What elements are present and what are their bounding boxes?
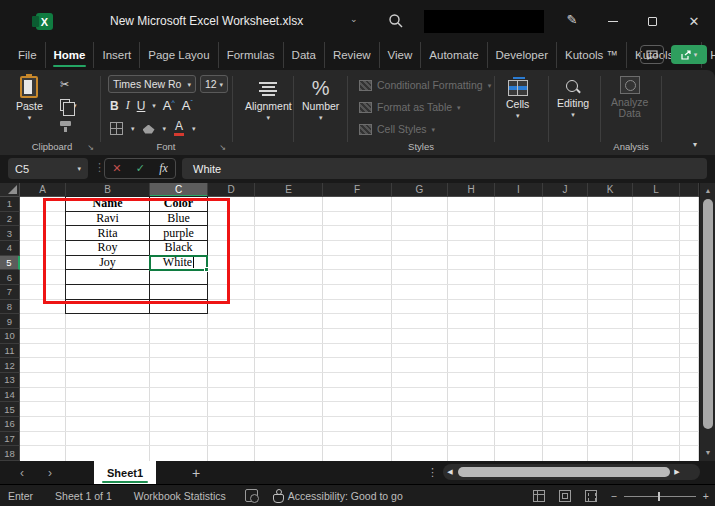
menu-tab-developer[interactable]: Developer [488, 42, 557, 68]
row-header-1[interactable]: 1 [0, 197, 20, 212]
table-cell[interactable]: Color [150, 197, 208, 212]
row-header-3[interactable]: 3 [0, 226, 20, 241]
row-header-10[interactable]: 10 [0, 329, 20, 344]
select-all-corner[interactable] [0, 183, 20, 197]
table-cell[interactable]: Rita [66, 226, 150, 241]
zoom-slider-handle[interactable] [658, 492, 660, 501]
fill-color-icon[interactable] [143, 125, 155, 134]
column-header-i[interactable]: I [495, 183, 543, 197]
page-layout-view-icon[interactable] [559, 490, 571, 502]
row-header-11[interactable]: 11 [0, 344, 20, 359]
table-cell[interactable] [66, 270, 150, 285]
cells-button[interactable]: Cells ▾ [506, 80, 529, 119]
cell-styles-button[interactable]: Cell Styles▾ [359, 123, 435, 135]
excel-app-icon[interactable]: X [36, 13, 53, 30]
row-header-12[interactable]: 12 [0, 358, 20, 373]
row-header-14[interactable]: 14 [0, 388, 20, 403]
underline-chevron[interactable]: ▾ [152, 102, 156, 109]
row-header-2[interactable]: 2 [0, 212, 20, 227]
horizontal-scrollbar[interactable]: ◀ ▶ [443, 464, 700, 480]
menu-tab-view[interactable]: View [380, 42, 422, 68]
ribbon-collapse-chevron[interactable]: ▾ [693, 140, 697, 149]
alignment-button[interactable]: Alignment ▾ [245, 80, 292, 121]
formula-input[interactable]: White [182, 158, 707, 179]
paste-button[interactable]: Paste ▾ [16, 76, 43, 121]
table-cell[interactable] [66, 285, 150, 300]
table-cell[interactable]: Name [66, 197, 150, 212]
column-header-j[interactable]: J [543, 183, 588, 197]
table-cell[interactable]: Ravi [66, 212, 150, 227]
title-dropdown-chevron[interactable]: ⌄ [350, 14, 358, 24]
row-header-4[interactable]: 4 [0, 241, 20, 256]
zoom-in-button[interactable]: + [703, 490, 709, 502]
clipboard-dialog-launcher[interactable]: ↘ [87, 143, 94, 152]
font-dialog-launcher[interactable]: ↘ [219, 143, 226, 152]
row-header-8[interactable]: 8 [0, 300, 20, 315]
next-sheet-icon[interactable]: › [42, 466, 58, 480]
editing-button[interactable]: Editing ▾ [557, 79, 589, 118]
column-header-l[interactable]: L [633, 183, 680, 197]
table-cell[interactable]: purple [150, 226, 208, 241]
menu-tab-insert[interactable]: Insert [94, 42, 140, 68]
menu-tab-automate[interactable]: Automate [421, 42, 487, 68]
prev-sheet-icon[interactable]: ‹ [14, 466, 30, 480]
italic-button[interactable]: I [126, 98, 130, 113]
row-header-16[interactable]: 16 [0, 417, 20, 432]
increase-font-button[interactable]: A^ [163, 98, 175, 113]
font-size-select[interactable]: 12▾ [200, 75, 228, 93]
table-cell[interactable] [150, 285, 208, 300]
horizontal-scroll-thumb[interactable] [458, 467, 670, 477]
vertical-scroll-thumb[interactable] [703, 199, 713, 429]
font-name-select[interactable]: Times New Ro▾ [108, 75, 196, 93]
scroll-up-icon[interactable]: ▲ [700, 184, 715, 197]
underline-button[interactable]: U [137, 99, 146, 113]
row-header-18[interactable]: 18 [0, 446, 20, 461]
table-cell[interactable]: Black [150, 241, 208, 256]
decrease-font-button[interactable]: Aˇ [182, 98, 193, 113]
scroll-right-icon[interactable]: ▶ [670, 468, 684, 476]
accessibility-status[interactable]: Accessibility: Good to go [288, 490, 403, 502]
scroll-down-icon[interactable]: ▼ [700, 446, 715, 459]
table-cell[interactable]: Roy [66, 241, 150, 256]
column-header-d[interactable]: D [208, 183, 255, 197]
cancel-icon[interactable]: ✕ [112, 162, 121, 175]
row-header-15[interactable]: 15 [0, 402, 20, 417]
close-button[interactable]: ✕ [676, 0, 712, 42]
menu-tab-home[interactable]: Home [46, 42, 95, 68]
column-header-partial[interactable] [680, 183, 699, 197]
menu-tab-kutools[interactable]: Kutools ™ [557, 42, 627, 68]
sheet-more-icon[interactable]: ⋮ [427, 466, 438, 479]
menu-tab-page-layou[interactable]: Page Layou [140, 42, 218, 68]
column-header-a[interactable]: A [20, 183, 66, 197]
table-cell[interactable] [150, 300, 208, 315]
copy-button[interactable]: ▾ [60, 97, 77, 113]
analyze-data-button[interactable]: Analyze Data [611, 76, 648, 119]
enter-icon[interactable]: ✓ [136, 162, 145, 175]
workbook-statistics[interactable]: Workbook Statistics [123, 490, 237, 502]
row-header-7[interactable]: 7 [0, 285, 20, 300]
share-button[interactable]: ▾ [671, 45, 707, 64]
table-cell[interactable] [66, 300, 150, 315]
sheet-tab-sheet1[interactable]: Sheet1 [94, 461, 156, 484]
row-header-5[interactable]: 5 [0, 256, 20, 271]
minimize-button[interactable] [595, 0, 631, 42]
add-sheet-button[interactable]: + [192, 465, 200, 481]
menu-tab-file[interactable]: File [10, 42, 46, 68]
column-header-b[interactable]: B [66, 183, 150, 197]
vertical-scrollbar[interactable]: ▲ ▼ [699, 183, 715, 461]
pen-icon[interactable]: ✎ [563, 12, 581, 30]
name-box[interactable]: C5▾ [8, 158, 88, 179]
menu-tab-data[interactable]: Data [284, 42, 325, 68]
font-color-icon[interactable]: A [174, 120, 184, 136]
column-header-g[interactable]: G [392, 183, 448, 197]
table-cell[interactable]: Joy [66, 256, 150, 271]
insert-function-icon[interactable]: fx [159, 161, 168, 176]
table-cell[interactable]: Blue [150, 212, 208, 227]
normal-view-icon[interactable] [533, 490, 545, 502]
page-break-view-icon[interactable] [585, 490, 597, 502]
bold-button[interactable]: B [110, 99, 119, 113]
cut-button[interactable]: ✂ [60, 76, 77, 92]
row-header-9[interactable]: 9 [0, 314, 20, 329]
active-cell-c5[interactable]: White [149, 255, 208, 272]
column-header-c[interactable]: C [150, 183, 208, 197]
